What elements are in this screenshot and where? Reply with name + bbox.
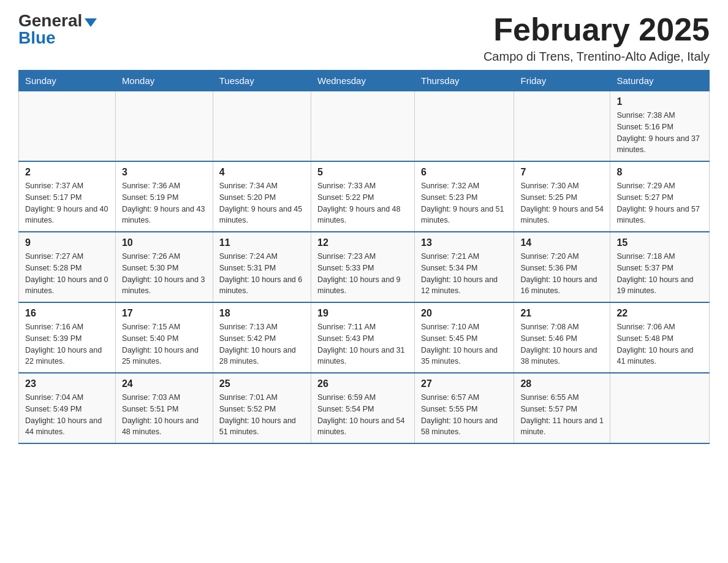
day-info: Sunrise: 7:15 AMSunset: 5:40 PMDaylight:… [122, 321, 207, 367]
calendar-cell [311, 91, 415, 162]
calendar-cell: 16Sunrise: 7:16 AMSunset: 5:39 PMDayligh… [19, 302, 116, 373]
day-number: 12 [317, 237, 408, 248]
logo-top: General [18, 12, 97, 29]
day-info: Sunrise: 7:21 AMSunset: 5:34 PMDaylight:… [421, 251, 507, 297]
day-info: Sunrise: 7:30 AMSunset: 5:25 PMDaylight:… [520, 180, 604, 226]
calendar-cell: 1Sunrise: 7:38 AMSunset: 5:16 PMDaylight… [610, 91, 710, 162]
calendar-cell: 17Sunrise: 7:15 AMSunset: 5:40 PMDayligh… [115, 302, 213, 373]
calendar-cell [514, 91, 610, 162]
calendar-cell: 12Sunrise: 7:23 AMSunset: 5:33 PMDayligh… [311, 232, 415, 302]
day-info: Sunrise: 7:33 AMSunset: 5:22 PMDaylight:… [317, 180, 408, 226]
day-info: Sunrise: 7:27 AMSunset: 5:28 PMDaylight:… [25, 251, 109, 297]
calendar-cell: 13Sunrise: 7:21 AMSunset: 5:34 PMDayligh… [414, 232, 514, 302]
logo-triangle-icon [85, 18, 97, 27]
calendar-cell: 14Sunrise: 7:20 AMSunset: 5:36 PMDayligh… [514, 232, 610, 302]
day-number: 24 [122, 378, 207, 389]
day-number: 19 [317, 308, 408, 319]
header-sunday: Sunday [19, 71, 116, 91]
day-number: 6 [421, 167, 507, 178]
day-info: Sunrise: 7:08 AMSunset: 5:46 PMDaylight:… [520, 321, 604, 367]
day-number: 23 [25, 378, 109, 389]
day-info: Sunrise: 7:36 AMSunset: 5:19 PMDaylight:… [122, 180, 207, 226]
calendar-cell: 21Sunrise: 7:08 AMSunset: 5:46 PMDayligh… [514, 302, 610, 373]
calendar-cell: 9Sunrise: 7:27 AMSunset: 5:28 PMDaylight… [19, 232, 116, 302]
subtitle: Campo di Trens, Trentino-Alto Adige, Ita… [483, 50, 710, 64]
calendar-cell: 23Sunrise: 7:04 AMSunset: 5:49 PMDayligh… [19, 373, 116, 443]
calendar-cell: 24Sunrise: 7:03 AMSunset: 5:51 PMDayligh… [115, 373, 213, 443]
calendar-cell [115, 91, 213, 162]
calendar-cell: 15Sunrise: 7:18 AMSunset: 5:37 PMDayligh… [610, 232, 710, 302]
day-number: 13 [421, 237, 507, 248]
calendar-body: 1Sunrise: 7:38 AMSunset: 5:16 PMDaylight… [19, 91, 710, 444]
header-tuesday: Tuesday [213, 71, 311, 91]
header-friday: Friday [514, 71, 610, 91]
calendar-cell: 20Sunrise: 7:10 AMSunset: 5:45 PMDayligh… [414, 302, 514, 373]
page-header: General Blue February 2025 Campo di Tren… [18, 12, 710, 64]
calendar-cell [610, 373, 710, 443]
day-number: 3 [122, 167, 207, 178]
calendar-cell: 6Sunrise: 7:32 AMSunset: 5:23 PMDaylight… [414, 161, 514, 232]
day-number: 18 [219, 308, 305, 319]
calendar-cell: 26Sunrise: 6:59 AMSunset: 5:54 PMDayligh… [311, 373, 415, 443]
title-block: February 2025 Campo di Trens, Trentino-A… [483, 12, 710, 64]
day-number: 1 [616, 96, 703, 107]
calendar-cell: 11Sunrise: 7:24 AMSunset: 5:31 PMDayligh… [213, 232, 311, 302]
day-number: 20 [421, 308, 507, 319]
day-number: 9 [25, 237, 109, 248]
header-saturday: Saturday [610, 71, 710, 91]
header-monday: Monday [115, 71, 213, 91]
logo-general-text: General [18, 11, 82, 30]
calendar-cell: 4Sunrise: 7:34 AMSunset: 5:20 PMDaylight… [213, 161, 311, 232]
calendar-week-2: 2Sunrise: 7:37 AMSunset: 5:17 PMDaylight… [19, 161, 710, 232]
day-number: 26 [317, 378, 408, 389]
day-number: 22 [616, 308, 703, 319]
day-number: 4 [219, 167, 305, 178]
day-info: Sunrise: 7:38 AMSunset: 5:16 PMDaylight:… [616, 110, 703, 156]
calendar-cell: 28Sunrise: 6:55 AMSunset: 5:57 PMDayligh… [514, 373, 610, 443]
calendar-cell: 2Sunrise: 7:37 AMSunset: 5:17 PMDaylight… [19, 161, 116, 232]
logo: General Blue [18, 12, 97, 47]
day-number: 28 [520, 378, 604, 389]
calendar-cell [414, 91, 514, 162]
day-info: Sunrise: 7:23 AMSunset: 5:33 PMDaylight:… [317, 251, 408, 297]
day-info: Sunrise: 7:29 AMSunset: 5:27 PMDaylight:… [616, 180, 703, 226]
header-wednesday: Wednesday [311, 71, 415, 91]
day-info: Sunrise: 7:26 AMSunset: 5:30 PMDaylight:… [122, 251, 207, 297]
calendar-cell: 10Sunrise: 7:26 AMSunset: 5:30 PMDayligh… [115, 232, 213, 302]
calendar-cell [19, 91, 116, 162]
calendar-cell [213, 91, 311, 162]
calendar-cell: 3Sunrise: 7:36 AMSunset: 5:19 PMDaylight… [115, 161, 213, 232]
day-info: Sunrise: 7:10 AMSunset: 5:45 PMDaylight:… [421, 321, 507, 367]
day-info: Sunrise: 7:11 AMSunset: 5:43 PMDaylight:… [317, 321, 408, 367]
day-info: Sunrise: 7:37 AMSunset: 5:17 PMDaylight:… [25, 180, 109, 226]
day-info: Sunrise: 7:18 AMSunset: 5:37 PMDaylight:… [616, 251, 703, 297]
day-info: Sunrise: 7:34 AMSunset: 5:20 PMDaylight:… [219, 180, 305, 226]
day-info: Sunrise: 7:24 AMSunset: 5:31 PMDaylight:… [219, 251, 305, 297]
days-of-week-row: Sunday Monday Tuesday Wednesday Thursday… [19, 71, 710, 91]
day-number: 2 [25, 167, 109, 178]
day-info: Sunrise: 6:55 AMSunset: 5:57 PMDaylight:… [520, 392, 604, 438]
header-thursday: Thursday [414, 71, 514, 91]
day-number: 8 [616, 167, 703, 178]
calendar-cell: 8Sunrise: 7:29 AMSunset: 5:27 PMDaylight… [610, 161, 710, 232]
day-number: 14 [520, 237, 604, 248]
day-info: Sunrise: 7:03 AMSunset: 5:51 PMDaylight:… [122, 392, 207, 438]
calendar-week-1: 1Sunrise: 7:38 AMSunset: 5:16 PMDaylight… [19, 91, 710, 162]
calendar-week-5: 23Sunrise: 7:04 AMSunset: 5:49 PMDayligh… [19, 373, 710, 443]
day-info: Sunrise: 7:01 AMSunset: 5:52 PMDaylight:… [219, 392, 305, 438]
calendar-cell: 7Sunrise: 7:30 AMSunset: 5:25 PMDaylight… [514, 161, 610, 232]
day-number: 7 [520, 167, 604, 178]
day-number: 21 [520, 308, 604, 319]
day-number: 5 [317, 167, 408, 178]
calendar-cell: 19Sunrise: 7:11 AMSunset: 5:43 PMDayligh… [311, 302, 415, 373]
day-number: 15 [616, 237, 703, 248]
calendar-header: Sunday Monday Tuesday Wednesday Thursday… [19, 71, 710, 91]
day-info: Sunrise: 7:06 AMSunset: 5:48 PMDaylight:… [616, 321, 703, 367]
day-info: Sunrise: 6:57 AMSunset: 5:55 PMDaylight:… [421, 392, 507, 438]
day-info: Sunrise: 7:16 AMSunset: 5:39 PMDaylight:… [25, 321, 109, 367]
day-info: Sunrise: 7:13 AMSunset: 5:42 PMDaylight:… [219, 321, 305, 367]
day-number: 25 [219, 378, 305, 389]
main-title: February 2025 [483, 12, 710, 47]
calendar-cell: 25Sunrise: 7:01 AMSunset: 5:52 PMDayligh… [213, 373, 311, 443]
calendar-cell: 27Sunrise: 6:57 AMSunset: 5:55 PMDayligh… [414, 373, 514, 443]
